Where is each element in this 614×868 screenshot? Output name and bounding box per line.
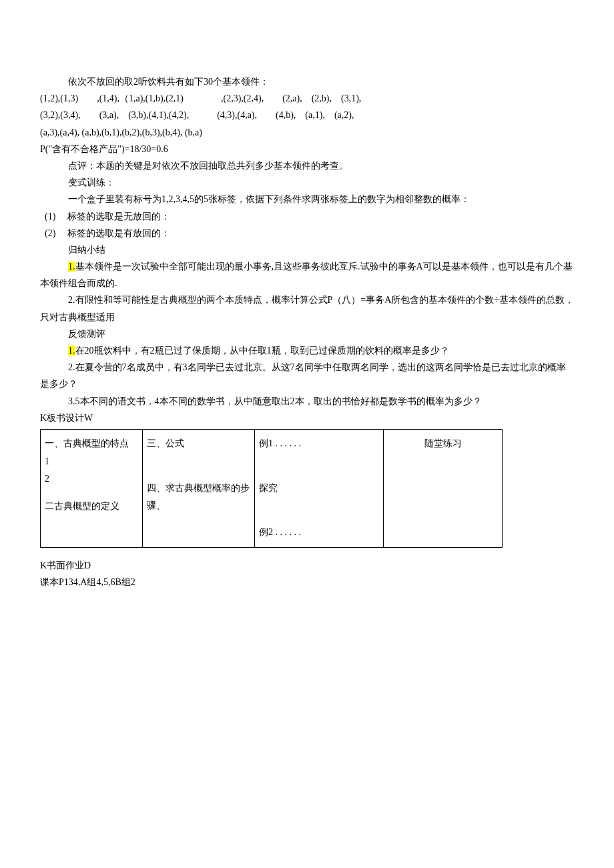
spacer	[147, 453, 250, 480]
list-item: (2) 标签的选取是有放回的：	[40, 225, 574, 242]
summary-text: 基本领件是一次试验中全部可能出现的最小事务,且这些事务彼此互斥.试验中的事务A可…	[40, 262, 573, 288]
section-heading: 变式训练：	[40, 174, 574, 191]
enum-line: (a,3),(a,4), (a,b),(b,1),(b,2),(b,3),(b,…	[40, 124, 574, 141]
spacer	[40, 548, 574, 557]
board-cell-2: 三、公式 四、求古典概型概率的步骤、	[143, 429, 255, 547]
cell-line: 2	[45, 470, 138, 488]
enum-line: (3,2),(3,4), (3,a), (3,b),(4,1),(4,2), (…	[40, 107, 574, 123]
list-item: (1) 标签的选取是无放回的：	[40, 208, 574, 225]
problem-line: 一个盒子里装有标号为1,2,3,4,5的5张标签，依据下列条件求两张标签上的数字…	[40, 191, 574, 207]
board-cell-3: 例1 . . . . . . 探究 例2 . . . . . .	[255, 429, 384, 547]
feedback-item: 3.5本不同的语文书，4本不同的数学书，从中随意取出2本，取出的书恰好都是数学书…	[40, 393, 574, 410]
probability-line: P("含有不合格产品")=18/30=0.6	[40, 141, 574, 157]
cell-line: 1	[45, 453, 138, 471]
spacer	[259, 453, 379, 480]
cell-line: 例1 . . . . . .	[259, 435, 379, 453]
homework-content: 课本P134,A组4,5,6B组2	[40, 574, 574, 590]
spacer	[259, 497, 379, 524]
section-heading: 反馈测评	[40, 326, 574, 342]
board-design-label: K板书设计W	[40, 410, 574, 426]
feedback-item: 1.在20瓶饮料中，有2瓶已过了保质期，从中任取1瓶，取到已过保质期的饮料的概率…	[40, 342, 574, 359]
document-page: 依次不放回的取2听饮料共有如下30个基本领件： (1,2),(1,3) ,(1,…	[0, 0, 614, 630]
cell-line: 探究	[259, 480, 379, 498]
spacer	[45, 488, 138, 498]
cell-line: 例2 . . . . . .	[259, 524, 379, 542]
summary-item: 2.有限性和等可能性是古典概型的两个本质特点，概率计算公式P（八）=事务A所包含…	[40, 292, 574, 325]
feedback-item: 2.在夏令营的7名成员中，有3名同学已去过北京。从这7名同学中任取两名同学，选出…	[40, 359, 574, 392]
feedback-text: 在20瓶饮料中，有2瓶已过了保质期，从中任取1瓶，取到已过保质期的饮料的概率是多…	[75, 346, 449, 356]
cell-line: 二古典概型的定义	[45, 498, 138, 516]
cell-line: 三、公式	[147, 435, 250, 453]
board-cell-4: 随堂练习	[384, 429, 503, 547]
comment-line: 点评：本题的关键是对依次不放回抽取总共列多少基本领件的考查。	[40, 157, 574, 174]
cell-line: 随堂练习	[388, 435, 498, 453]
paragraph: 依次不放回的取2听饮料共有如下30个基本领件：	[40, 73, 574, 90]
board-design-table: 一、古典概型的特点 1 2 二古典概型的定义 三、公式 四、求古典概型概率的步骤…	[40, 429, 503, 548]
highlight: 1.	[68, 346, 75, 356]
homework-label: K书面作业D	[40, 557, 574, 574]
cell-line: 一、古典概型的特点	[45, 435, 138, 453]
section-heading: 归纳小结	[40, 242, 574, 258]
cell-line: 四、求古典概型概率的步骤、	[147, 480, 250, 515]
table-row: 一、古典概型的特点 1 2 二古典概型的定义 三、公式 四、求古典概型概率的步骤…	[41, 429, 503, 547]
board-cell-1: 一、古典概型的特点 1 2 二古典概型的定义	[41, 429, 143, 547]
summary-item: 1.基本领件是一次试验中全部可能出现的最小事务,且这些事务彼此互斥.试验中的事务…	[40, 258, 574, 292]
enum-line: (1,2),(1,3) ,(1,4),（1,a),(1,b),(2,1) ,(2…	[40, 90, 574, 107]
highlight: 1.	[68, 262, 75, 272]
